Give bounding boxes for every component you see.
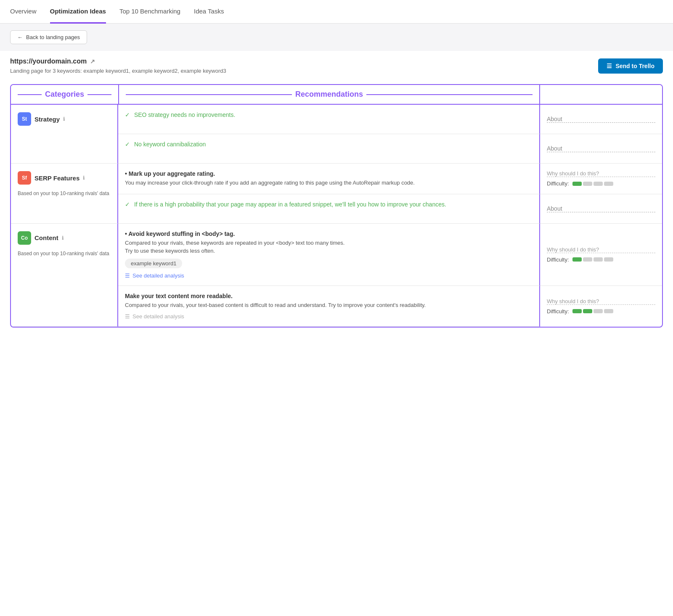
strategy-info-icon[interactable]: ℹ bbox=[63, 116, 65, 122]
content-sub: Based on your top 10-ranking rivals' dat… bbox=[18, 251, 111, 256]
nav-overview[interactable]: Overview bbox=[10, 0, 37, 24]
domain-keywords: Landing page for 3 keywords: example key… bbox=[10, 68, 226, 74]
header-line-right bbox=[87, 94, 111, 95]
content-rec-2-desc: Compared to your rivals, your text-based… bbox=[125, 301, 533, 309]
content-diff-bar2-1 bbox=[572, 309, 582, 313]
top-nav: Overview Optimization Ideas Top 10 Bench… bbox=[0, 0, 673, 24]
trello-button-label: Send to Trello bbox=[615, 63, 654, 69]
serp-sub: Based on your top 10-ranking rivals' dat… bbox=[18, 190, 111, 196]
optimization-table: Categories Recommendations St Strate bbox=[10, 84, 663, 328]
main-content: Categories Recommendations St Strate bbox=[0, 77, 673, 341]
recommendations-label: Recommendations bbox=[295, 90, 363, 99]
difficulty-label-serp: Difficulty: bbox=[547, 180, 569, 187]
domain-row: https://yourdomain.com ↗ Landing page fo… bbox=[0, 51, 673, 77]
serp-about-2-text[interactable]: About bbox=[547, 205, 655, 212]
content-why-label-1[interactable]: Why should I do this? bbox=[547, 246, 655, 253]
col-header-categories: Categories bbox=[11, 85, 118, 104]
content-diff-bar-3 bbox=[594, 257, 603, 262]
app-container: Overview Optimization Ideas Top 10 Bench… bbox=[0, 0, 673, 616]
content-name: Content bbox=[34, 234, 58, 241]
domain-url: https://yourdomain.com ↗ bbox=[10, 58, 226, 65]
content-diff-bar-2 bbox=[583, 257, 592, 262]
strategy-rec-2: ✓ No keyword cannibalization bbox=[118, 134, 540, 164]
serp-name: SERP Features bbox=[34, 174, 79, 182]
rec-header-line-left bbox=[126, 94, 292, 95]
back-button[interactable]: ← Back to landing pages bbox=[10, 30, 87, 44]
strategy-badge: St bbox=[18, 112, 31, 126]
serp-info-icon[interactable]: ℹ bbox=[83, 175, 85, 181]
serp-rec-2-text: If there is a high probability that your… bbox=[134, 201, 446, 208]
analysis-icon-1: ☰ bbox=[125, 272, 130, 279]
content-diff-bar2-3 bbox=[594, 309, 603, 313]
content-rec-2: Make your text content more readable. Co… bbox=[118, 286, 540, 327]
external-link-icon[interactable]: ↗ bbox=[90, 58, 95, 65]
difficulty-label-content-1: Difficulty: bbox=[547, 256, 569, 263]
serp-rec-1-desc: You may increase your click-through rate… bbox=[125, 179, 533, 187]
trello-button[interactable]: ☰ Send to Trello bbox=[598, 58, 663, 74]
serp-rec-1-title: • Mark up your aggregate rating. bbox=[125, 170, 533, 177]
check-icon-3: ✓ bbox=[125, 201, 130, 208]
strategy-rec-1-text: SEO strategy needs no improvements. bbox=[134, 111, 235, 118]
strategy-name: Strategy bbox=[34, 116, 60, 123]
content-rec-1-title: • Avoid keyword stuffing in <body> tag. bbox=[125, 230, 533, 237]
diff-bar-4 bbox=[604, 182, 613, 186]
serp-about-2: About bbox=[540, 194, 662, 224]
back-row: ← Back to landing pages bbox=[0, 24, 673, 51]
keyword-tag-1[interactable]: example keyword1 bbox=[125, 259, 182, 268]
strategy-about-1: About bbox=[540, 105, 662, 134]
see-analysis-2-label: See detailed analysis bbox=[132, 313, 184, 320]
back-arrow-icon: ← bbox=[17, 34, 23, 40]
category-serp: Sf SERP Features ℹ Based on your top 10-… bbox=[11, 164, 118, 224]
table-header: Categories Recommendations bbox=[11, 85, 662, 105]
content-badge: Co bbox=[18, 231, 31, 245]
content-rec-1-desc: Compared to your rivals, these keywords … bbox=[125, 239, 533, 255]
rec-header-line-right bbox=[366, 94, 533, 95]
serp-difficulty: Difficulty: bbox=[547, 180, 655, 187]
table-body: St Strategy ℹ ✓ SEO strategy needs no im… bbox=[11, 105, 662, 327]
strategy-header: St Strategy ℹ bbox=[18, 112, 111, 126]
content-rec-1: • Avoid keyword stuffing in <body> tag. … bbox=[118, 224, 540, 286]
content-header: Co Content ℹ bbox=[18, 231, 111, 245]
see-analysis-2[interactable]: ☰ See detailed analysis bbox=[125, 313, 533, 320]
category-strategy: St Strategy ℹ bbox=[11, 105, 118, 164]
col-header-recommendations: Recommendations bbox=[118, 85, 540, 104]
content-difficulty-1: Difficulty: bbox=[547, 256, 655, 263]
serp-about-1: Why should I do this? Difficulty: bbox=[540, 164, 662, 194]
content-why-label-2[interactable]: Why should I do this? bbox=[547, 298, 655, 305]
strategy-about-1-text[interactable]: About bbox=[547, 116, 655, 123]
serp-rec-1: • Mark up your aggregate rating. You may… bbox=[118, 164, 540, 194]
content-diff-bar-1 bbox=[572, 257, 582, 262]
strategy-about-2: About bbox=[540, 134, 662, 164]
see-analysis-1[interactable]: ☰ See detailed analysis bbox=[125, 272, 533, 279]
check-icon-2: ✓ bbox=[125, 141, 130, 148]
diff-bar-3 bbox=[594, 182, 603, 186]
serp-why-label[interactable]: Why should I do this? bbox=[547, 170, 655, 177]
content-about-2: Why should I do this? Difficulty: bbox=[540, 286, 662, 327]
content-difficulty-2: Difficulty: bbox=[547, 308, 655, 315]
content-diff-bars-2 bbox=[572, 309, 613, 313]
strategy-rec-1: ✓ SEO strategy needs no improvements. bbox=[118, 105, 540, 134]
serp-rec-2: ✓ If there is a high probability that yo… bbox=[118, 194, 540, 224]
domain-info: https://yourdomain.com ↗ Landing page fo… bbox=[10, 58, 226, 74]
col-header-about bbox=[540, 85, 662, 104]
domain-url-text: https://yourdomain.com bbox=[10, 58, 87, 65]
content-diff-bar2-2 bbox=[583, 309, 592, 313]
see-analysis-1-label: See detailed analysis bbox=[132, 272, 184, 279]
categories-label: Categories bbox=[45, 90, 84, 99]
strategy-about-2-text[interactable]: About bbox=[547, 145, 655, 152]
serp-badge: Sf bbox=[18, 171, 31, 185]
nav-idea-tasks[interactable]: Idea Tasks bbox=[194, 0, 224, 24]
nav-optimization-ideas[interactable]: Optimization Ideas bbox=[50, 0, 106, 24]
nav-top10[interactable]: Top 10 Benchmarking bbox=[119, 0, 180, 24]
content-info-icon[interactable]: ℹ bbox=[62, 235, 64, 241]
analysis-icon-2: ☰ bbox=[125, 313, 130, 320]
header-line-left bbox=[18, 94, 42, 95]
difficulty-label-content-2: Difficulty: bbox=[547, 308, 569, 315]
content-diff-bar2-4 bbox=[604, 309, 613, 313]
content-rec-2-title: Make your text content more readable. bbox=[125, 293, 533, 299]
serp-diff-bars bbox=[572, 182, 613, 186]
content-diff-bar-4 bbox=[604, 257, 613, 262]
serp-header: Sf SERP Features ℹ bbox=[18, 171, 111, 185]
diff-bar-1 bbox=[572, 182, 582, 186]
back-button-label: Back to landing pages bbox=[26, 34, 80, 40]
